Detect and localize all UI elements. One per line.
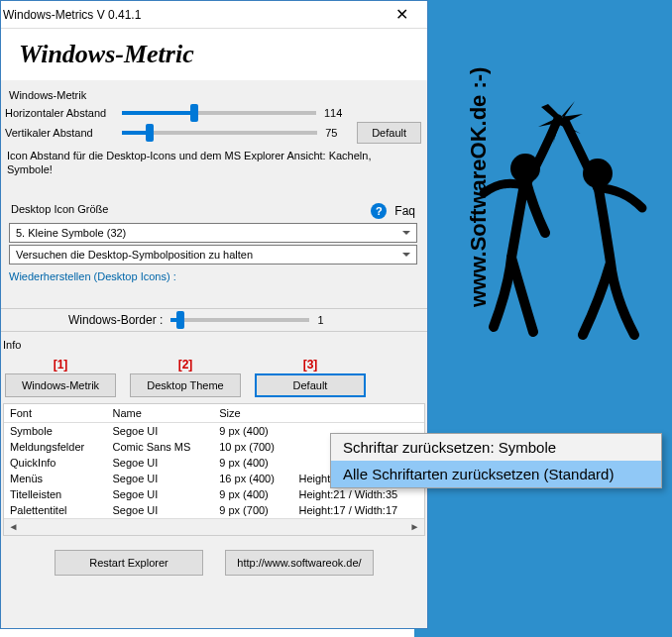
menu-reset-all-fonts[interactable]: Alle Schriftarten zurücksetzen (Standard… <box>331 461 661 487</box>
metrik-desc: Icon Abstand für die Desktop-Icons und d… <box>5 147 421 183</box>
font-reset-context-menu: Schriftar zurücksetzen: Symbole Alle Sch… <box>330 433 662 488</box>
table-cell: Menüs <box>4 471 106 486</box>
table-cell: Symbole <box>4 422 106 439</box>
vert-label: Vertikaler Abstand <box>5 127 114 139</box>
reset-desktop-theme-button[interactable]: Desktop Theme <box>130 373 241 397</box>
reset-windows-metrik-button[interactable]: Windows-Metrik <box>5 373 116 397</box>
metrik-group-label: Windows-Metrik <box>5 89 90 101</box>
table-cell: Segoe UI <box>106 502 213 518</box>
table-cell: 10 px (700) <box>213 439 292 455</box>
table-cell: Titelleisten <box>4 486 106 502</box>
faq-link[interactable]: ? Faq <box>371 203 415 219</box>
hold-position-dropdown[interactable]: Versuchen die Desktop-Symbolposition zu … <box>9 245 417 265</box>
table-header[interactable]: Font <box>4 404 106 423</box>
table-cell: Segoe UI <box>106 471 213 486</box>
table-row[interactable]: PalettentitelSegoe UI9 px (700)Height:17… <box>4 502 424 518</box>
table-cell: 9 px (400) <box>213 486 292 502</box>
horiz-value: 114 <box>324 107 356 119</box>
table-cell: 9 px (400) <box>213 422 292 439</box>
icon-size-group: Desktop Icon Größe ? Faq 5. Kleine Symbo… <box>1 195 425 294</box>
table-cell: 16 px (400) <box>213 471 292 486</box>
marker-3: [3] <box>303 358 318 372</box>
windows-metrik-group: Windows-Metrik Horizontaler Abstand 114 … <box>1 84 425 191</box>
table-cell: 9 px (400) <box>213 455 292 471</box>
marker-2: [2] <box>178 358 193 372</box>
table-cell: 9 px (700) <box>213 502 292 518</box>
bottom-buttons: Restart Explorer http://www.softwareok.d… <box>1 536 427 589</box>
iconsize-group-label: Desktop Icon Größe <box>7 203 112 215</box>
marker-1: [1] <box>54 358 68 372</box>
table-header[interactable]: Name <box>106 404 213 423</box>
table-header[interactable]: Size <box>213 404 292 423</box>
faq-label: Faq <box>394 204 415 218</box>
website-button[interactable]: http://www.softwareok.de/ <box>225 550 374 576</box>
titlebar[interactable]: Windows-Metrics V 0.41.1 ✕ <box>1 1 427 29</box>
banner-title: Windows-Metric <box>19 40 194 69</box>
table-cell: Meldungsfelder <box>4 439 106 455</box>
info-label: Info <box>3 339 21 351</box>
windows-border-row: Windows-Border : 1 <box>1 308 427 332</box>
vert-slider[interactable] <box>122 131 317 135</box>
restart-explorer-button[interactable]: Restart Explorer <box>55 550 203 576</box>
app-window: Windows-Metrics V 0.41.1 ✕ Windows-Metri… <box>0 0 428 629</box>
border-label: Windows-Border : <box>68 313 163 327</box>
table-cell: Height:17 / Width:17 <box>293 502 425 518</box>
table-header[interactable] <box>293 404 425 423</box>
app-banner: Windows-Metric <box>1 29 427 80</box>
table-cell: Comic Sans MS <box>106 439 213 455</box>
website-text: www.SoftwareOK.de :-) <box>466 67 492 307</box>
scroll-left-icon[interactable]: ◄ <box>6 519 21 534</box>
metrik-default-button[interactable]: Default <box>357 122 421 144</box>
reset-default-button[interactable]: Default <box>255 373 366 397</box>
table-cell: Segoe UI <box>106 486 213 502</box>
horiz-slider[interactable] <box>122 111 316 115</box>
celebration-figures <box>464 59 662 357</box>
table-cell: Segoe UI <box>106 455 213 471</box>
reset-buttons-row: [1] Windows-Metrik [2] Desktop Theme [3]… <box>1 354 427 403</box>
table-cell: Palettentitel <box>4 502 106 518</box>
close-icon[interactable]: ✕ <box>382 3 421 27</box>
faq-icon: ? <box>371 203 387 219</box>
table-cell: Segoe UI <box>106 422 213 439</box>
vert-value: 75 <box>325 127 357 139</box>
menu-reset-font-symbole[interactable]: Schriftar zurücksetzen: Symbole <box>331 434 661 461</box>
restore-icons-link[interactable]: Wiederherstellen (Desktop Icons) : <box>5 266 421 286</box>
window-title: Windows-Metrics V 0.41.1 <box>3 8 382 22</box>
border-value: 1 <box>317 314 349 326</box>
horiz-label: Horizontaler Abstand <box>5 107 114 119</box>
icon-size-dropdown[interactable]: 5. Kleine Symbole (32) <box>9 223 417 243</box>
horizontal-scrollbar[interactable]: ◄ ► <box>4 518 424 535</box>
table-cell: QuickInfo <box>4 455 106 471</box>
border-slider[interactable] <box>170 318 309 322</box>
scroll-right-icon[interactable]: ► <box>407 519 422 534</box>
